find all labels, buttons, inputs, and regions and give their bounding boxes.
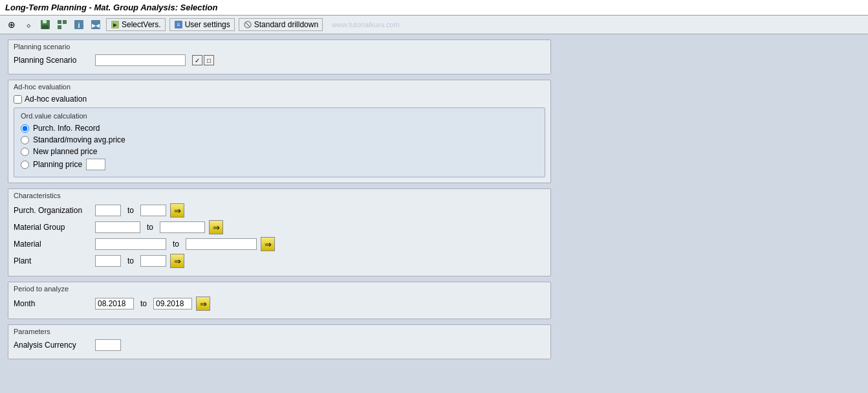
purch-org-from-input[interactable]: [95, 205, 121, 216]
month-from-input[interactable]: [95, 298, 134, 309]
ord-value-box: Ord.value calculation Purch. Info. Recor…: [14, 107, 545, 177]
plant-to-input[interactable]: [140, 255, 166, 267]
radio-planning-price-input[interactable]: [21, 161, 29, 169]
planning-scenario-input[interactable]: [95, 54, 186, 66]
radio-new-planned-label: New planned price: [33, 147, 97, 156]
svg-text:▶◀: ▶◀: [92, 23, 100, 28]
info-icon[interactable]: i: [72, 18, 85, 31]
purch-org-to-input[interactable]: [140, 205, 166, 216]
planning-scenario-section: Planning scenario Planning Scenario ✓ □: [8, 39, 551, 74]
svg-rect-1: [43, 20, 47, 23]
radio-planning-price: Planning price: [21, 159, 538, 170]
main-content: Planning scenario Planning Scenario ✓ □ …: [0, 34, 868, 365]
period-section: Period to analyze Month to ⇒: [8, 282, 551, 319]
plant-to-label: to: [127, 256, 134, 265]
plant-row: Plant to ⇒: [14, 254, 545, 268]
ord-value-title: Ord.value calculation: [21, 112, 538, 120]
radio-purch-info: Purch. Info. Record: [21, 124, 538, 133]
radio-standard-moving-input[interactable]: [21, 136, 29, 144]
material-group-from-input[interactable]: [95, 221, 140, 233]
planning-price-input[interactable]: [86, 159, 105, 170]
plant-arrow-button[interactable]: ⇒: [170, 254, 184, 268]
radio-new-planned-input[interactable]: [21, 148, 29, 156]
month-to-label: to: [140, 299, 147, 308]
adhoc-checkbox-row: Ad-hoc evaluation: [14, 95, 545, 104]
plant-label: Plant: [14, 256, 91, 265]
standard-drilldown-label: Standard drilldown: [254, 20, 318, 29]
svg-rect-5: [58, 25, 61, 29]
material-group-arrow-button[interactable]: ⇒: [209, 220, 223, 234]
multiselect-icon[interactable]: [56, 18, 69, 31]
purch-org-to-label: to: [127, 206, 134, 215]
purch-org-arrow-button[interactable]: ⇒: [170, 203, 184, 218]
purch-org-row: Purch. Organization to ⇒: [14, 203, 545, 218]
analysis-currency-row: Analysis Currency: [14, 339, 545, 351]
radio-purch-info-input[interactable]: [21, 124, 29, 133]
material-group-row: Material Group to ⇒: [14, 220, 545, 234]
planning-scenario-label: Planning Scenario: [14, 56, 91, 65]
adhoc-section: Ad-hoc evaluation Ad-hoc evaluation Ord.…: [8, 80, 551, 183]
plant-from-input[interactable]: [95, 255, 121, 267]
radio-standard-moving-label: Standard/moving avg.price: [33, 135, 125, 144]
user-settings-label: User settings: [185, 20, 230, 29]
purch-org-label: Purch. Organization: [14, 206, 91, 215]
material-group-to-input[interactable]: [160, 221, 205, 233]
svg-rect-2: [42, 25, 49, 29]
analysis-currency-input[interactable]: [95, 339, 121, 351]
material-to-input[interactable]: [186, 238, 257, 250]
planning-scenario-icons: ✓ □: [192, 55, 214, 65]
radio-new-planned: New planned price: [21, 147, 538, 156]
material-from-input[interactable]: [95, 238, 166, 250]
save-icon[interactable]: [39, 18, 52, 31]
svg-text:≡: ≡: [177, 22, 180, 28]
characteristics-title: Characteristics: [14, 192, 545, 199]
month-row: Month to ⇒: [14, 297, 545, 311]
back-icon[interactable]: ⊕: [5, 18, 18, 31]
select-vers-label: SelectVers.: [122, 20, 161, 29]
watermark: www.tutorialkuru.com: [332, 21, 400, 28]
svg-rect-3: [58, 20, 61, 24]
characteristics-section: Characteristics Purch. Organization to ⇒…: [8, 188, 551, 276]
material-group-to-label: to: [147, 223, 153, 232]
svg-text:i: i: [78, 21, 80, 29]
adhoc-checkbox-label[interactable]: Ad-hoc evaluation: [25, 95, 87, 104]
adhoc-checkbox[interactable]: [14, 95, 22, 104]
radio-planning-price-label: Planning price: [33, 160, 82, 169]
parameters-title: Parameters: [14, 328, 545, 335]
title-text: Long-Term Planning - Mat. Group Analysis…: [5, 3, 217, 12]
adhoc-title: Ad-hoc evaluation: [14, 83, 545, 91]
month-arrow-button[interactable]: ⇒: [196, 297, 210, 311]
month-label: Month: [14, 299, 91, 308]
parameters-section: Parameters Analysis Currency: [8, 324, 551, 359]
radio-standard-moving: Standard/moving avg.price: [21, 135, 538, 144]
check-icon[interactable]: ✓: [192, 55, 202, 65]
period-title: Period to analyze: [14, 285, 545, 293]
analysis-currency-label: Analysis Currency: [14, 341, 91, 350]
month-to-input[interactable]: [153, 298, 192, 309]
material-to-label: to: [173, 240, 179, 249]
toolbar: ⊕ ⬦ i ▶◀ ▶ SelectVers. ≡ User settings S…: [0, 16, 868, 34]
select-icon[interactable]: ▶◀: [89, 18, 102, 31]
forward-icon[interactable]: ⬦: [22, 18, 35, 31]
planning-scenario-title: Planning scenario: [14, 43, 545, 51]
select-icon2[interactable]: □: [204, 55, 214, 65]
planning-scenario-row: Planning Scenario ✓ □: [14, 54, 545, 66]
standard-drilldown-button[interactable]: Standard drilldown: [239, 18, 323, 31]
material-row: Material to ⇒: [14, 237, 545, 251]
user-settings-button[interactable]: ≡ User settings: [169, 18, 235, 31]
svg-rect-4: [63, 20, 67, 24]
title-bar: Long-Term Planning - Mat. Group Analysis…: [0, 0, 868, 16]
material-label: Material: [14, 240, 91, 249]
svg-line-15: [246, 23, 250, 27]
material-group-label: Material Group: [14, 223, 91, 232]
select-vers-button[interactable]: ▶ SelectVers.: [106, 18, 166, 31]
radio-purch-info-label: Purch. Info. Record: [33, 124, 100, 133]
material-arrow-button[interactable]: ⇒: [261, 237, 275, 251]
svg-text:▶: ▶: [113, 22, 118, 28]
